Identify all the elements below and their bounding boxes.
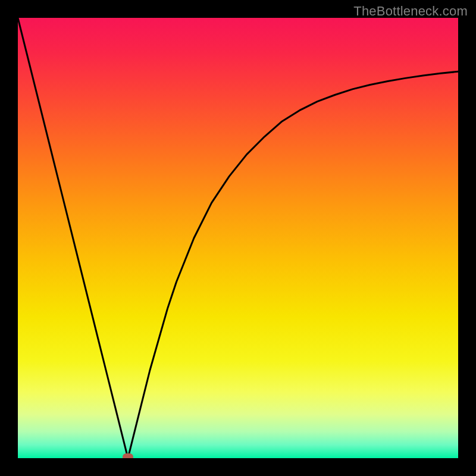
minimum-marker: [123, 453, 133, 458]
plot-area: [18, 18, 458, 458]
chart-container: TheBottleneck.com: [0, 0, 476, 476]
bottleneck-curve: [18, 18, 458, 458]
watermark-text: TheBottleneck.com: [353, 4, 468, 19]
